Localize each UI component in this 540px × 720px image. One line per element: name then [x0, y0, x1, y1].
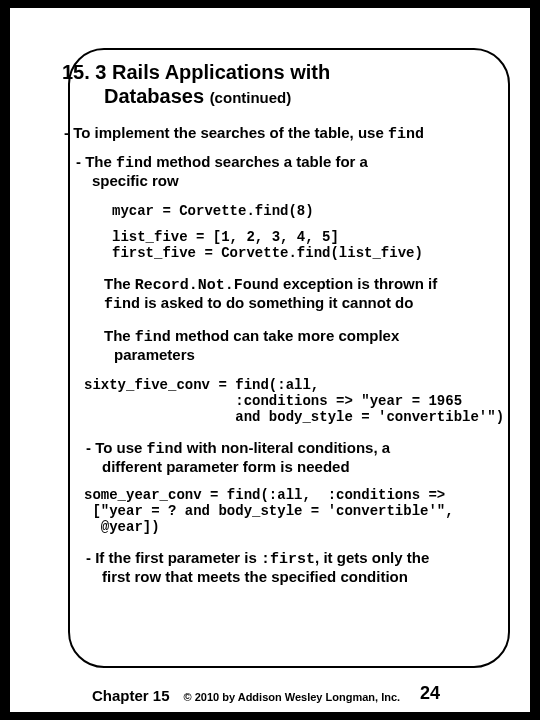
bullet-3-post: with non-literal conditions, a — [183, 439, 391, 456]
bullet-3-pre: - To use — [86, 439, 147, 456]
rounded-frame: 15. 3 Rails Applications with Databases … — [68, 48, 510, 668]
code-inline: find — [104, 296, 140, 313]
code-inline: find — [116, 155, 152, 172]
code-block-2: list_five = [1, 2, 3, 4, 5] first_five =… — [112, 229, 500, 261]
para1-pre: The — [104, 275, 135, 292]
section-title-line2: Databases (continued) — [62, 85, 500, 108]
code-inline: find — [147, 441, 183, 458]
code-block-1: mycar = Corvette.find(8) — [112, 203, 500, 219]
bullet-2-line2: specific row — [62, 172, 500, 189]
copyright: © 2010 by Addison Wesley Longman, Inc. — [184, 691, 401, 703]
footer: Chapter 15 © 2010 by Addison Wesley Long… — [10, 683, 530, 704]
slide-page: 15. 3 Rails Applications with Databases … — [10, 8, 530, 712]
bullet-1-text: - To implement the searches of the table… — [64, 124, 388, 141]
paragraph-1-line2: find is asked to do something it cannot … — [62, 294, 500, 313]
code-block-4: some_year_conv = find(:all, :conditions … — [84, 487, 500, 535]
bullet-2-post: method searches a table for a — [152, 153, 368, 170]
paragraph-2-line2: parameters — [62, 346, 500, 363]
bullet-2: - The find method searches a table for a — [62, 153, 500, 172]
code-inline: :first — [261, 551, 315, 568]
code-inline: find — [388, 126, 424, 143]
code-block-3: sixty_five_conv = find(:all, :conditions… — [84, 377, 500, 425]
title-word: Databases — [104, 85, 204, 107]
bullet-3-line2: different parameter form is needed — [62, 458, 500, 475]
paragraph-2: The find method can take more complex — [62, 327, 500, 346]
para1-post: is asked to do something it cannot do — [140, 294, 413, 311]
section-title-line1: 15. 3 Rails Applications with — [62, 60, 500, 85]
bullet-4-pre: - If the first parameter is — [86, 549, 261, 566]
code-inline: find — [135, 329, 171, 346]
para2-pre: The — [104, 327, 135, 344]
para1-mid: exception is thrown if — [279, 275, 437, 292]
content: 15. 3 Rails Applications with Databases … — [62, 60, 500, 585]
para2-post: method can take more complex — [171, 327, 399, 344]
page-number: 24 — [420, 683, 440, 704]
bullet-4: - If the first parameter is :first, it g… — [62, 549, 500, 568]
bullet-3: - To use find with non-literal condition… — [62, 439, 500, 458]
bullet-2-pre: - The — [76, 153, 116, 170]
bullet-1: - To implement the searches of the table… — [62, 124, 500, 143]
paragraph-1: The Record.Not.Found exception is thrown… — [62, 275, 500, 294]
bullet-4-post: , it gets only the — [315, 549, 429, 566]
bullet-4-line2: first row that meets the specified condi… — [62, 568, 500, 585]
title-continued: (continued) — [210, 89, 292, 106]
code-inline: Record.Not.Found — [135, 277, 279, 294]
chapter-label: Chapter 15 — [92, 687, 170, 704]
